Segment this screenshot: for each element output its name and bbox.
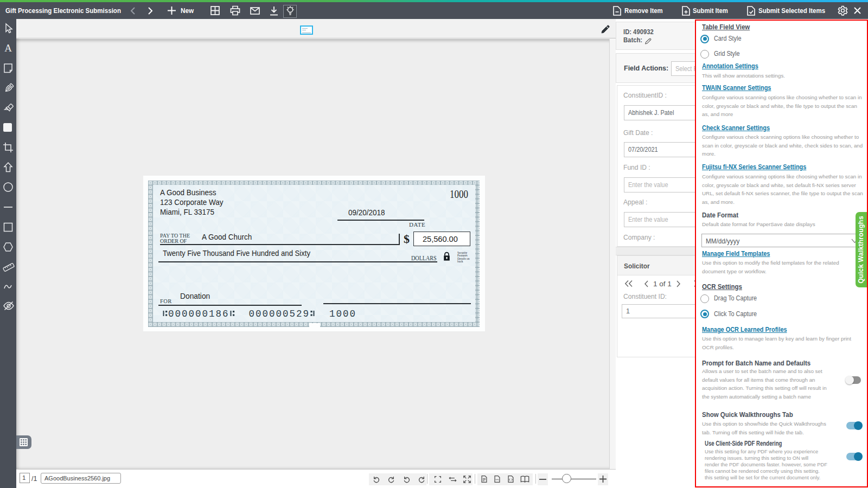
svg-text:A: A <box>4 43 12 54</box>
